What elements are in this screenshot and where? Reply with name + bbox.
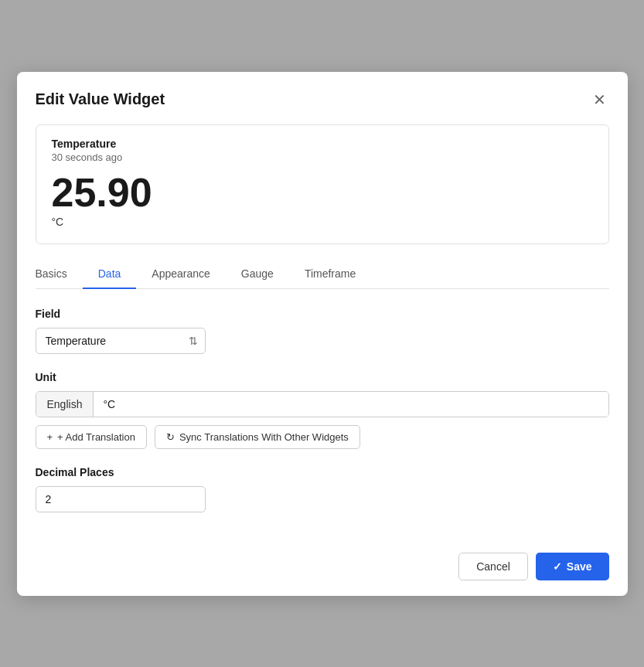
- tab-basics[interactable]: Basics: [36, 260, 83, 289]
- unit-label: Unit: [36, 371, 609, 383]
- sync-label: Sync Translations With Other Widgets: [179, 431, 349, 443]
- modal-overlay: Edit Value Widget ✕ Temperature 30 secon…: [0, 0, 644, 667]
- modal-header: Edit Value Widget ✕: [17, 72, 628, 124]
- sync-icon: ↻: [166, 431, 175, 443]
- tab-data[interactable]: Data: [83, 260, 137, 289]
- decimal-label: Decimal Places: [36, 466, 609, 478]
- unit-input[interactable]: [94, 392, 608, 417]
- tab-appearance[interactable]: Appearance: [136, 260, 226, 289]
- tabs-bar: Basics Data Appearance Gauge Timeframe: [36, 260, 609, 289]
- unit-section: Unit English + + Add Translation ↻ Sync …: [36, 371, 609, 449]
- preview-value: 25.90: [52, 172, 593, 213]
- tab-gauge[interactable]: Gauge: [226, 260, 289, 289]
- preview-unit: °C: [52, 216, 593, 228]
- preview-title: Temperature: [52, 138, 593, 150]
- preview-time: 30 seconds ago: [52, 151, 593, 163]
- plus-icon: +: [47, 431, 53, 443]
- save-button[interactable]: ✓ Save: [536, 553, 609, 580]
- field-label: Field: [36, 308, 609, 320]
- preview-card: Temperature 30 seconds ago 25.90 °C: [36, 124, 609, 244]
- tab-timeframe[interactable]: Timeframe: [289, 260, 371, 289]
- save-label: Save: [567, 560, 592, 573]
- decimal-section: Decimal Places: [36, 466, 609, 512]
- decimal-input[interactable]: [36, 486, 206, 512]
- add-translation-label: + Add Translation: [57, 431, 135, 443]
- modal-body: Temperature 30 seconds ago 25.90 °C Basi…: [17, 124, 628, 542]
- add-translation-button[interactable]: + + Add Translation: [36, 425, 147, 449]
- close-icon: ✕: [593, 90, 606, 109]
- modal-footer: Cancel ✓ Save: [17, 542, 628, 596]
- checkmark-icon: ✓: [553, 560, 562, 573]
- modal: Edit Value Widget ✕ Temperature 30 secon…: [17, 72, 628, 596]
- field-section: Field Temperature ⇅: [36, 308, 609, 354]
- unit-language: English: [36, 392, 94, 417]
- translation-buttons: + + Add Translation ↻ Sync Translations …: [36, 425, 609, 449]
- field-select[interactable]: Temperature: [36, 328, 206, 354]
- close-button[interactable]: ✕: [590, 87, 609, 112]
- unit-row: English: [36, 391, 609, 417]
- field-select-wrapper: Temperature ⇅: [36, 328, 206, 354]
- modal-title: Edit Value Widget: [36, 90, 165, 108]
- sync-translations-button[interactable]: ↻ Sync Translations With Other Widgets: [155, 425, 360, 449]
- cancel-button[interactable]: Cancel: [458, 553, 528, 580]
